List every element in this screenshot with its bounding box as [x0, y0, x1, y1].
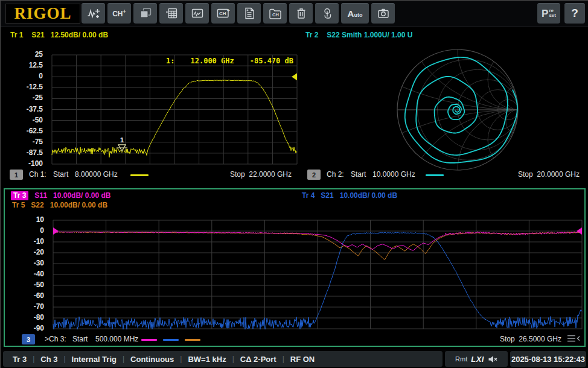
vna-screen: RIGOL CH+ [0, 0, 588, 368]
ch3-start-label: Start [72, 335, 88, 343]
trace-copy-button[interactable] [237, 3, 261, 24]
y-tick-label: -60 [34, 291, 44, 300]
toolbar: RIGOL CH+ [1, 1, 588, 27]
folder-ch-icon: CH [268, 7, 283, 20]
ch2-start-value: 10.0000 GHz [372, 170, 415, 179]
tr1-y-axis: 2512.50-12.5-25-37.5-50-62.5-75-87.5-100 [4, 55, 49, 164]
y-tick-label: -75 [33, 138, 43, 146]
tr1-header: Tr 1S2112.50dB/ 0.00 dB [10, 31, 108, 39]
y-tick-label: 10 [36, 215, 44, 224]
menu-collapse-icon[interactable] [565, 333, 581, 346]
y-tick-label: -40 [34, 270, 44, 278]
preset-button[interactable]: P reset [537, 3, 560, 24]
window-layout-button[interactable] [133, 3, 157, 24]
tr1-meas: S21 [31, 31, 44, 39]
trace-add-button[interactable] [81, 3, 105, 24]
y-tick-label: 0 [40, 226, 44, 235]
tr3-plot[interactable] [53, 220, 582, 329]
svg-text:+: + [227, 8, 230, 13]
tr3-y-axis: 100-10-20-30-40-50-60-70-80-90 [5, 220, 50, 329]
preset-icon: P reset [542, 8, 556, 19]
touch-button[interactable] [315, 3, 339, 24]
tr2-trace-swatch [426, 174, 444, 176]
channel-add-button[interactable]: CH+ [107, 3, 131, 24]
channel1-badge[interactable]: 1 [10, 170, 23, 180]
y-tick-label: 0 [39, 72, 43, 80]
lxi-label: LXI [471, 355, 484, 364]
status-item: RF ON [290, 355, 315, 364]
status-item: Tr 3 [13, 355, 27, 364]
tr2-scale: 1.000U/ 1.00 U [364, 31, 413, 39]
datetime-label: 2025-08-13 15:22:43 [511, 355, 585, 364]
ch1-start-label: Start [53, 170, 68, 179]
tr3-header: Tr 3S1110.00dB/ 0.00 dB [11, 191, 110, 200]
svg-text:CH: CH [219, 11, 226, 16]
status-separator: | [33, 355, 34, 363]
tr4-trace-swatch [163, 339, 179, 341]
rigol-logo: RIGOL [5, 4, 80, 24]
y-tick-label: 25 [35, 50, 43, 59]
delete-button[interactable] [289, 3, 313, 24]
auto-scale-button[interactable]: Auto [341, 3, 369, 24]
tr2-header: Tr 2S22 Smith 1.000U/ 1.00 U [305, 31, 412, 39]
screenshot-button[interactable] [371, 3, 395, 24]
trace-window-button[interactable] [185, 3, 209, 24]
help-icon: ? [571, 7, 578, 20]
channel-add-icon: CH+ [112, 9, 126, 17]
ch2-stop: Stop 20.0000 GHz [518, 170, 580, 179]
channel-copy-button[interactable]: CH + [211, 3, 235, 24]
status-separator: | [123, 355, 124, 363]
y-tick-label: -10 [34, 237, 44, 246]
status-item: Continuous [130, 355, 174, 364]
tr3-scale: 10.00dB/ 0.00 dB [53, 191, 110, 200]
y-tick-label: -90 [34, 324, 44, 332]
camera-icon [377, 7, 390, 20]
tr4-scale: 10.00dB/ 0.00 dB [340, 191, 397, 200]
table-icon [165, 7, 178, 20]
tr5-trace-swatch [185, 339, 200, 341]
window-tr3[interactable]: Tr 3S1110.00dB/ 0.00 dB Tr 4S2110.00dB/ … [4, 188, 586, 347]
ch1-start-value: 8.00000 GHz [75, 170, 118, 179]
stacked-windows-icon [139, 7, 152, 20]
tr1-plot[interactable]: 1:12.000 GHz-85.470 dB 1 [52, 55, 297, 164]
status-item: Ch 3 [40, 355, 57, 364]
ch2-start-label: Start [351, 170, 366, 179]
channel2-badge[interactable]: 2 [307, 170, 321, 180]
ch3-start-value: 500.000 MHz [95, 335, 138, 343]
ch1-label: Ch 1: [29, 170, 46, 179]
waveform-plus-icon [86, 6, 101, 21]
channel-table-button[interactable] [159, 3, 183, 24]
status-remote: Rmt LXI [445, 351, 508, 367]
tr1-trace-swatch [130, 174, 149, 176]
waveform-window-icon [191, 7, 204, 20]
channel-recall-button[interactable]: CH [263, 3, 287, 24]
window-tr1[interactable]: Tr 1S2112.50dB/ 0.00 dB 2512.50-12.5-25-… [4, 28, 298, 186]
channel3-badge[interactable]: 3 [22, 334, 35, 344]
y-tick-label: -20 [34, 248, 44, 256]
y-tick-label: -62.5 [27, 127, 43, 135]
tr2-footer: 2 Ch 2: Start 10.0000 GHz Stop 20.0000 G… [299, 170, 584, 182]
tr3-active-badge[interactable]: Tr 3 [11, 191, 28, 200]
tr2-label: Tr 2 [305, 31, 318, 39]
tr5-label: Tr 5 [12, 201, 25, 209]
auto-icon: Auto [348, 9, 363, 18]
mute-icon[interactable] [488, 355, 497, 363]
channel-box-icon: CH + [216, 7, 231, 20]
status-separator: | [180, 355, 182, 363]
y-tick-label: -50 [33, 116, 43, 124]
status-item: Internal Trig [72, 355, 117, 364]
tr1-footer: 1 Ch 1: Start 8.00000 GHz Stop 22.0000 G… [4, 170, 296, 182]
status-items: Tr 3|Ch 3|Internal Trig|Continuous|BW=1 … [3, 351, 443, 367]
status-item: CΔ 2-Port [240, 355, 276, 364]
help-button[interactable]: ? [564, 3, 585, 24]
tr5-meas: S22 [31, 201, 43, 209]
y-tick-label: -30 [34, 259, 44, 267]
ch2-label: Ch 2: [327, 170, 344, 179]
smith-chart[interactable] [394, 48, 521, 172]
y-tick-label: -25 [33, 94, 43, 102]
tr1-label: Tr 1 [10, 31, 23, 39]
window-tr2[interactable]: Tr 2S22 Smith 1.000U/ 1.00 U 2 Ch 2: Sta… [299, 28, 586, 186]
tr2-meas: S22 Smith [327, 31, 362, 39]
y-tick-label: -100 [28, 159, 43, 168]
tr4-meas: S21 [321, 191, 333, 200]
